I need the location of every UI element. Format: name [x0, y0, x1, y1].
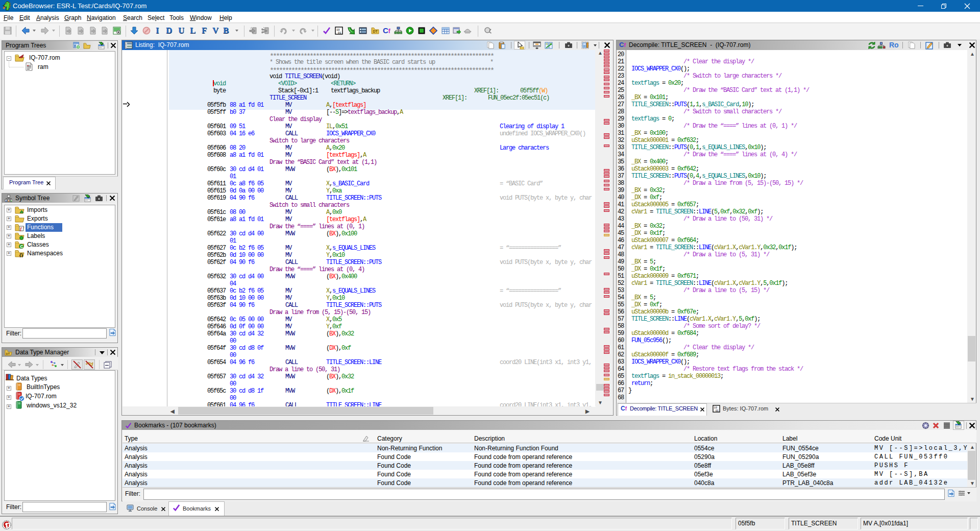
svg-text:01: 01	[716, 409, 719, 413]
